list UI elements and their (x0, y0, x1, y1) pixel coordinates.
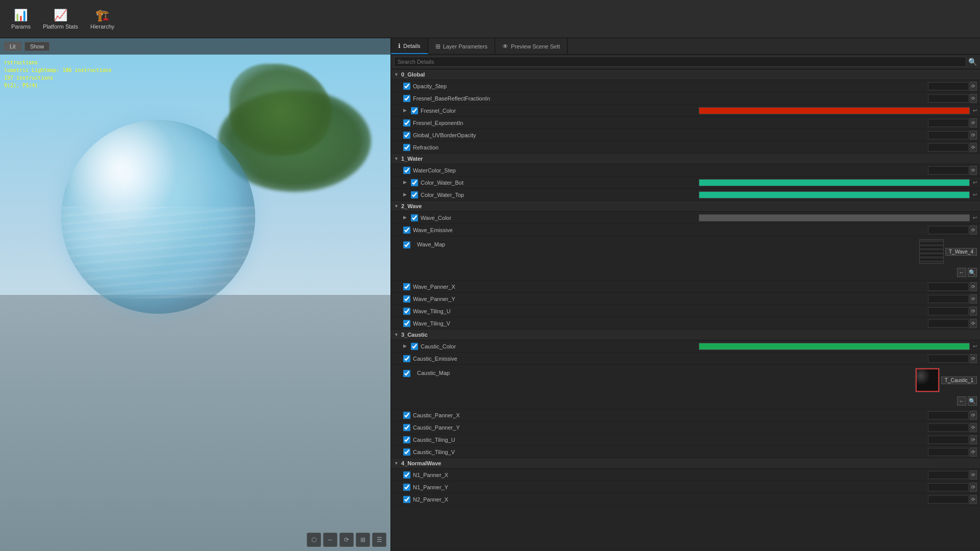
tab-layer-params[interactable]: ⊞ Layer Parameters (428, 38, 495, 54)
input-caustic-panner-x[interactable]: 0.1 (928, 411, 969, 419)
input-opacity-step[interactable]: 5.0 (928, 82, 969, 90)
spin-fresnel-exp[interactable]: ⟳ (970, 118, 977, 128)
input-wave-emissive[interactable]: 0.1 (928, 226, 969, 234)
spin-opacity-step[interactable]: ⟳ (970, 82, 977, 91)
spin-n1-panner-x[interactable]: ⟳ (970, 470, 977, 480)
wave-map-search-btn[interactable]: 🔍 (968, 268, 977, 277)
search-icon[interactable]: 🔍 (966, 58, 977, 66)
check-caustic-panner-y[interactable] (403, 424, 410, 431)
spin-caustic-panner-x[interactable]: ⟳ (970, 411, 977, 420)
input-n2-panner-x[interactable]: 0.01 (928, 495, 969, 504)
check-refraction[interactable] (403, 144, 410, 151)
check-wave-panner-y[interactable] (403, 295, 410, 303)
wave-map-back-btn[interactable]: ← (957, 268, 966, 277)
spin-wave-tiling-v[interactable]: ⟳ (970, 319, 977, 328)
section-water[interactable]: ▼ 1_Water (391, 154, 980, 164)
vp-ctrl-3[interactable]: ⟳ (339, 533, 354, 547)
check-color-water-top[interactable] (411, 191, 418, 198)
expand-water-bot[interactable]: ▶ (403, 180, 409, 186)
toolbar-btn-hierarchy[interactable]: 🏗️ Hierarchy (84, 6, 120, 32)
check-global-uv[interactable] (403, 132, 410, 139)
spin-caustic-panner-y[interactable]: ⟳ (970, 423, 977, 432)
input-wave-panner-y[interactable]: 0.5 (928, 295, 969, 303)
wave-color-bar[interactable] (699, 214, 970, 221)
reset-wave-color[interactable]: ↩ (973, 215, 977, 220)
check-wave-panner-x[interactable] (403, 283, 410, 290)
input-wave-tiling-v[interactable]: 1.0 (928, 319, 969, 328)
reset-water-bot[interactable]: ↩ (973, 180, 977, 185)
toolbar-btn-platform-stats[interactable]: 📈 Platform Stats (37, 6, 84, 32)
check-wave-map[interactable] (403, 241, 410, 248)
vp-ctrl-5[interactable]: ☰ (372, 533, 386, 547)
expand-water-top[interactable]: ▶ (403, 192, 409, 198)
expand-caustic-color[interactable]: ▶ (403, 343, 409, 349)
check-wave-tiling-u[interactable] (403, 308, 410, 315)
check-fresnel-exp[interactable] (403, 119, 410, 127)
input-caustic-tiling-u[interactable]: 2.0 (928, 436, 969, 444)
spin-wave-emissive[interactable]: ⟳ (970, 226, 977, 235)
check-caustic-emissive[interactable] (403, 355, 410, 362)
reset-fresnel-color[interactable]: ↩ (973, 108, 977, 113)
reset-caustic-color[interactable]: ↩ (973, 343, 977, 349)
check-fresnel-base[interactable] (403, 95, 410, 102)
spin-fresnel-base[interactable]: ⟳ (970, 94, 977, 103)
check-caustic-panner-x[interactable] (403, 412, 410, 419)
tab-details[interactable]: ℹ Details (391, 38, 428, 54)
spin-refraction[interactable]: ⟳ (970, 143, 977, 152)
check-caustic-tiling-u[interactable] (403, 436, 410, 443)
input-n1-panner-x[interactable]: -0.01 (928, 471, 969, 479)
input-wave-tiling-u[interactable]: 2.0 (928, 307, 969, 315)
check-caustic-tiling-v[interactable] (403, 448, 410, 456)
section-caustic[interactable]: ▼ 3_Caustic (391, 330, 980, 340)
check-caustic-map[interactable] (403, 370, 410, 377)
check-color-water-bot[interactable] (411, 179, 418, 186)
input-wave-panner-x[interactable]: 0.0 (928, 283, 969, 291)
check-watercolor-step[interactable] (403, 167, 410, 174)
spin-caustic-tiling-v[interactable]: ⟳ (970, 447, 977, 457)
check-wave-emissive[interactable] (403, 227, 410, 234)
section-wave[interactable]: ▼ 2_Wave (391, 201, 980, 212)
reset-water-top[interactable]: ↩ (973, 192, 977, 197)
water-bot-color-bar[interactable] (699, 179, 970, 186)
toolbar-btn-params[interactable]: 📊 Params (5, 6, 37, 32)
spin-n2-panner-x[interactable]: ⟳ (970, 495, 977, 504)
fresnel-color-bar[interactable] (699, 107, 970, 114)
spin-wave-tiling-u[interactable]: ⟳ (970, 307, 977, 316)
caustic-color-bar[interactable] (699, 343, 970, 350)
check-n1-panner-y[interactable] (403, 484, 410, 491)
spin-caustic-emissive[interactable]: ⟳ (970, 354, 977, 363)
input-fresnel-exp[interactable]: 5.0 (928, 119, 969, 127)
spin-wave-panner-x[interactable]: ⟳ (970, 282, 977, 291)
viewport-show-btn[interactable]: Show (24, 42, 50, 51)
tab-preview-scene[interactable]: 👁 Preview Scene Sett (495, 38, 568, 54)
section-global[interactable]: ▼ 0_Global (391, 69, 980, 80)
vp-ctrl-4[interactable]: ⊞ (356, 533, 370, 547)
input-watercolor-step[interactable]: 3.0 (928, 166, 969, 174)
input-n1-panner-y[interactable]: 0.03 (928, 483, 969, 491)
check-fresnel-color[interactable] (411, 107, 418, 114)
check-wave-tiling-v[interactable] (403, 320, 410, 327)
vp-ctrl-2[interactable]: ↔ (323, 533, 337, 547)
input-caustic-tiling-v[interactable]: 1.0 (928, 448, 969, 456)
input-caustic-panner-y[interactable]: 0.5 (928, 423, 969, 432)
section-normalwave[interactable]: ▼ 4_NormalWave (391, 458, 980, 469)
caustic-map-back-btn[interactable]: ← (957, 396, 966, 406)
check-caustic-color[interactable] (411, 343, 418, 350)
check-opacity-step[interactable] (403, 83, 410, 90)
caustic-map-select-btn[interactable]: T_Caustic_1 (941, 377, 977, 384)
check-n2-panner-x[interactable] (403, 496, 410, 503)
expand-wave-color[interactable]: ▶ (403, 215, 409, 221)
expand-fresnel-color[interactable]: ▶ (403, 108, 409, 114)
input-global-uv[interactable]: 1.0 (928, 131, 969, 139)
water-top-color-bar[interactable] (699, 191, 970, 198)
input-caustic-emissive[interactable]: 0.05 (928, 355, 969, 363)
spin-wave-panner-y[interactable]: ⟳ (970, 294, 977, 304)
check-wave-color[interactable] (411, 214, 418, 221)
input-refraction[interactable]: 1.2 (928, 143, 969, 152)
spin-watercolor-step[interactable]: ⟳ (970, 166, 977, 175)
spin-global-uv[interactable]: ⟳ (970, 131, 977, 140)
vp-ctrl-1[interactable]: ⬡ (307, 533, 321, 547)
wave-map-select-btn[interactable]: T_Wave_4 (945, 248, 977, 256)
caustic-map-search-btn[interactable]: 🔍 (968, 396, 977, 406)
check-n1-panner-x[interactable] (403, 471, 410, 479)
